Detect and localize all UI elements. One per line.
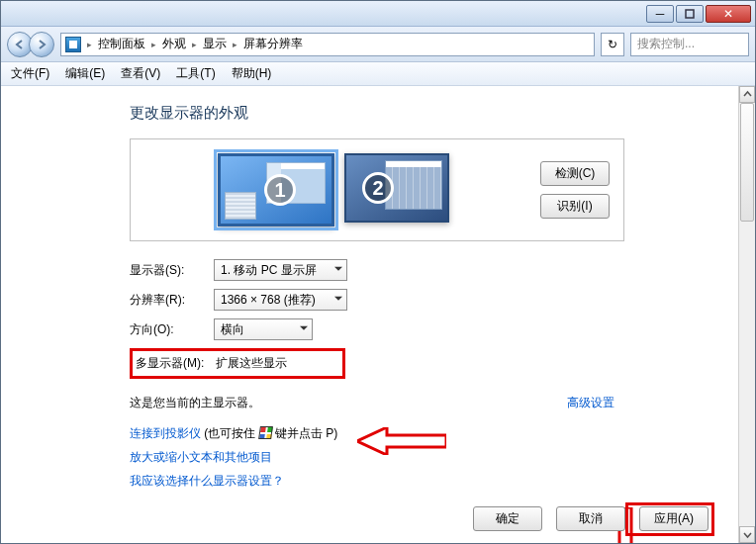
control-panel-icon <box>65 37 81 52</box>
crumb-sep-icon: ▸ <box>192 40 197 49</box>
page-title: 更改显示器的外观 <box>130 104 738 123</box>
detect-button-label: 检测(C) <box>555 166 596 180</box>
ok-button-label: 确定 <box>496 511 520 525</box>
row-display: 显示器(S): 1. 移动 PC 显示屏 <box>130 259 624 281</box>
menu-tools[interactable]: 工具(T) <box>176 65 215 82</box>
window-frame: ─ ✕ ▸ 控制面板 ▸ 外观 ▸ 显示 ▸ 屏幕分辨率 <box>0 0 756 544</box>
annotation-arrow-left-icon <box>357 427 446 455</box>
select-display-value: 1. 移动 PC 显示屏 <box>221 262 317 279</box>
cancel-button-label: 取消 <box>579 511 603 525</box>
crumb-display[interactable]: 显示 <box>203 36 227 52</box>
scroll-down-button[interactable] <box>739 526 755 543</box>
nav-toolbar: ▸ 控制面板 ▸ 外观 ▸ 显示 ▸ 屏幕分辨率 ↻ 搜索控制... <box>1 27 755 62</box>
preview-side-buttons: 检测(C) 识别(I) <box>540 161 610 219</box>
detect-button[interactable]: 检测(C) <box>540 161 610 186</box>
crumb-sep-icon: ▸ <box>87 40 92 49</box>
menu-file[interactable]: 文件(F) <box>11 65 49 82</box>
scroll-track[interactable] <box>739 103 755 526</box>
multiple-displays-highlight: 多显示器(M): 扩展这些显示 <box>130 348 345 379</box>
vertical-scrollbar[interactable] <box>738 86 755 543</box>
svg-rect-0 <box>686 10 694 18</box>
chevron-up-icon <box>743 90 752 99</box>
select-multiple-displays[interactable]: 扩展这些显示 <box>216 355 336 372</box>
label-display: 显示器(S): <box>130 262 204 279</box>
monitor-1[interactable]: 1 <box>218 153 334 227</box>
forward-arrow-icon <box>36 39 47 50</box>
select-orientation[interactable]: 横向 <box>214 318 313 340</box>
scroll-thumb[interactable] <box>740 103 754 222</box>
search-placeholder: 搜索控制... <box>637 36 695 52</box>
crumb-sep-icon: ▸ <box>233 40 237 49</box>
crumb-screen-resolution[interactable]: 屏幕分辨率 <box>243 36 303 52</box>
select-multiple-displays-value: 扩展这些显示 <box>216 356 287 370</box>
search-input[interactable]: 搜索控制... <box>630 33 749 56</box>
maximize-button[interactable] <box>676 5 704 23</box>
select-resolution-value: 1366 × 768 (推荐) <box>221 292 316 309</box>
crumb-control-panel[interactable]: 控制面板 <box>98 36 145 52</box>
cancel-button[interactable]: 取消 <box>556 506 625 531</box>
dialog-footer-buttons: 确定 取消 应用(A) <box>473 506 709 531</box>
monitor-1-number: 1 <box>264 174 296 206</box>
address-bar[interactable]: ▸ 控制面板 ▸ 外观 ▸ 显示 ▸ 屏幕分辨率 <box>60 33 595 56</box>
monitor-2[interactable]: 2 <box>344 153 449 223</box>
monitor-2-number: 2 <box>362 172 394 204</box>
back-arrow-icon <box>14 39 26 50</box>
ok-button[interactable]: 确定 <box>473 506 542 531</box>
refresh-button[interactable]: ↻ <box>601 33 624 56</box>
minimize-button[interactable]: ─ <box>646 5 674 23</box>
primary-display-note: 这是您当前的主显示器。 高级设置 <box>130 395 624 411</box>
text-size-link[interactable]: 放大或缩小文本和其他项目 <box>130 450 272 464</box>
which-settings-link[interactable]: 我应该选择什么显示器设置？ <box>130 474 284 488</box>
settings-form: 显示器(S): 1. 移动 PC 显示屏 分辨率(R): 1366 × 768 … <box>130 259 624 493</box>
scroll-up-button[interactable] <box>739 86 755 103</box>
advanced-settings-link[interactable]: 高级设置 <box>567 395 614 411</box>
menu-edit[interactable]: 编辑(E) <box>65 65 105 82</box>
row-resolution: 分辨率(R): 1366 × 768 (推荐) <box>130 289 624 311</box>
nav-buttons <box>7 32 54 57</box>
projector-link[interactable]: 连接到投影仪 <box>130 426 201 440</box>
refresh-icon: ↻ <box>608 38 617 51</box>
menu-view[interactable]: 查看(V) <box>121 65 160 82</box>
label-orientation: 方向(O): <box>130 321 204 338</box>
forward-button[interactable] <box>29 32 54 57</box>
row-orientation: 方向(O): 横向 <box>130 318 624 340</box>
projector-hint-b: 键并点击 P) <box>272 426 338 440</box>
select-orientation-value: 横向 <box>221 321 244 338</box>
select-display[interactable]: 1. 移动 PC 显示屏 <box>214 259 347 281</box>
primary-display-note-text: 这是您当前的主显示器。 <box>130 396 260 409</box>
crumb-sep-icon: ▸ <box>151 40 156 49</box>
close-icon: ✕ <box>723 8 733 20</box>
windows-key-icon <box>258 426 273 439</box>
close-button[interactable]: ✕ <box>706 5 751 23</box>
identify-button[interactable]: 识别(I) <box>540 194 610 219</box>
display-preview-box: 1 2 检测(C) 识别(I) <box>130 138 624 241</box>
select-resolution[interactable]: 1366 × 768 (推荐) <box>214 289 347 311</box>
content-area: 更改显示器的外观 1 2 检测(C) 识别(I) 显示器(S): <box>1 86 755 543</box>
label-multiple-displays: 多显示器(M): <box>133 355 206 372</box>
menu-help[interactable]: 帮助(H) <box>232 65 272 82</box>
label-resolution: 分辨率(R): <box>130 292 204 309</box>
chevron-down-icon <box>743 530 752 539</box>
projector-hint-a: (也可按住 <box>201 426 259 440</box>
title-bar: ─ ✕ <box>1 1 755 27</box>
maximize-icon <box>685 9 695 19</box>
menu-bar: 文件(F) 编辑(E) 查看(V) 工具(T) 帮助(H) <box>1 62 755 86</box>
identify-button-label: 识别(I) <box>557 199 592 213</box>
content-pane: 更改显示器的外观 1 2 检测(C) 识别(I) 显示器(S): <box>1 86 738 543</box>
monitor-layout[interactable]: 1 2 <box>144 153 522 227</box>
crumb-appearance[interactable]: 外观 <box>162 36 186 52</box>
minimize-icon: ─ <box>656 8 665 20</box>
apply-button[interactable]: 应用(A) <box>639 506 709 531</box>
apply-button-label: 应用(A) <box>654 511 694 525</box>
